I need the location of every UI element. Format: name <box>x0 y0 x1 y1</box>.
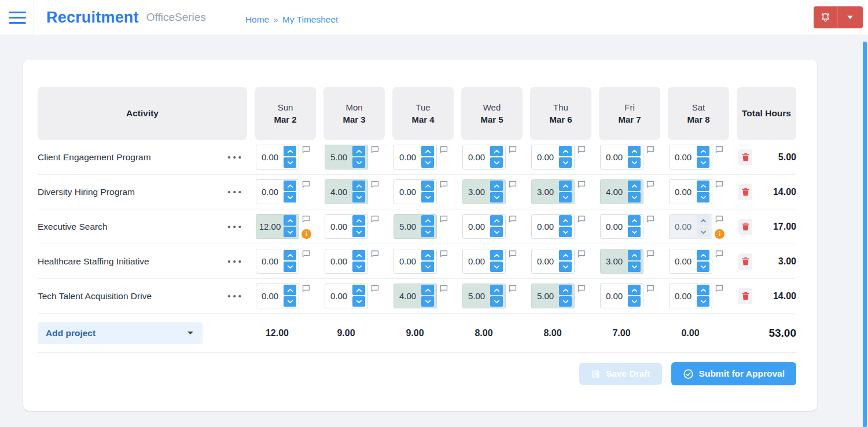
spinner-up-button[interactable] <box>352 215 365 226</box>
comment-icon[interactable] <box>440 181 448 188</box>
comment-icon[interactable] <box>646 181 654 188</box>
spinner-down-button[interactable] <box>284 157 296 168</box>
hours-input[interactable]: 0.00 <box>393 249 437 274</box>
spinner-down-button[interactable] <box>697 157 709 168</box>
spinner-down-button[interactable] <box>421 296 434 307</box>
spinner-up-button[interactable] <box>421 146 434 156</box>
spinner-up-button[interactable] <box>490 285 503 295</box>
hours-input[interactable]: 0.00 <box>600 214 643 239</box>
hours-input[interactable]: 0.00 <box>531 249 575 274</box>
submit-for-approval-button[interactable]: Submit for Approval <box>671 362 796 385</box>
spinner-down-button[interactable] <box>490 227 503 237</box>
hours-input[interactable]: 0.00 <box>256 284 299 308</box>
row-options-button[interactable]: ••• <box>227 293 244 299</box>
breadcrumb-current-link[interactable]: My Timesheet <box>282 14 338 25</box>
spinner-down-button[interactable] <box>284 192 296 203</box>
hours-input[interactable]: 0.00 <box>462 145 506 170</box>
comment-icon[interactable] <box>302 181 310 188</box>
hours-input[interactable]: 0.00 <box>669 249 712 274</box>
comment-icon[interactable] <box>371 146 379 153</box>
spinner-up-button[interactable] <box>697 250 709 260</box>
delete-row-button[interactable] <box>738 219 752 235</box>
delete-row-button[interactable] <box>738 149 752 165</box>
comment-icon[interactable] <box>509 146 517 153</box>
delete-row-button[interactable] <box>738 253 752 270</box>
comment-icon[interactable] <box>578 250 586 257</box>
hours-input[interactable]: 0.00 <box>669 214 712 239</box>
add-project-select[interactable]: Add project <box>38 322 203 344</box>
comment-icon[interactable] <box>371 215 379 223</box>
comment-icon[interactable] <box>715 215 723 223</box>
comment-icon[interactable] <box>302 215 310 223</box>
comment-icon[interactable] <box>440 285 448 292</box>
spinner-up-button[interactable] <box>352 181 365 191</box>
comment-icon[interactable] <box>509 215 517 223</box>
spinner-up-button[interactable] <box>628 215 641 226</box>
hours-input[interactable]: 3.00 <box>462 179 506 204</box>
hours-input[interactable]: 4.00 <box>600 179 643 204</box>
spinner-up-button[interactable] <box>284 250 296 260</box>
spinner-up-button[interactable] <box>284 146 296 156</box>
comment-icon[interactable] <box>371 181 379 188</box>
hours-input[interactable]: 0.00 <box>393 145 437 170</box>
spinner-down-button[interactable] <box>421 192 434 203</box>
comment-icon[interactable] <box>302 250 310 257</box>
comment-icon[interactable] <box>440 215 448 223</box>
warning-icon[interactable]: i <box>301 229 311 239</box>
save-draft-button[interactable]: Save Draft <box>579 363 662 385</box>
spinner-up-button[interactable] <box>697 146 709 156</box>
hours-input[interactable]: 3.00 <box>600 249 643 274</box>
delete-row-button[interactable] <box>738 184 752 200</box>
spinner-up-button[interactable] <box>490 250 503 260</box>
row-options-button[interactable]: ••• <box>227 154 244 160</box>
hours-input[interactable]: 0.00 <box>531 214 575 239</box>
spinner-up-button[interactable] <box>352 250 365 260</box>
spinner-up-button[interactable] <box>421 250 434 260</box>
comment-icon[interactable] <box>578 181 586 188</box>
spinner-down-button[interactable] <box>284 296 296 307</box>
comment-icon[interactable] <box>371 285 379 292</box>
warning-icon[interactable]: i <box>715 229 724 239</box>
hours-input[interactable]: 0.00 <box>325 284 368 308</box>
hours-input[interactable]: 12.00 <box>256 214 299 239</box>
spinner-up-button[interactable] <box>559 215 572 226</box>
comment-icon[interactable] <box>371 250 379 257</box>
spinner-down-button[interactable] <box>628 296 641 307</box>
hours-input[interactable]: 0.00 <box>256 249 299 274</box>
spinner-up-button[interactable] <box>697 285 709 295</box>
spinner-down-button[interactable] <box>352 192 365 203</box>
hours-input[interactable]: 0.00 <box>462 214 506 239</box>
spinner-up-button[interactable] <box>490 181 503 191</box>
spinner-up-button[interactable] <box>628 181 641 191</box>
comment-icon[interactable] <box>646 285 654 292</box>
spinner-down-button[interactable] <box>559 296 572 307</box>
hours-input[interactable]: 5.00 <box>325 145 368 170</box>
spinner-up-button[interactable] <box>628 285 641 295</box>
hamburger-menu-button[interactable] <box>9 12 26 24</box>
spinner-down-button[interactable] <box>628 192 641 203</box>
comment-icon[interactable] <box>302 285 310 292</box>
comment-icon[interactable] <box>715 285 723 292</box>
spinner-up-button[interactable] <box>284 215 296 226</box>
spinner-up-button[interactable] <box>559 181 572 191</box>
comment-icon[interactable] <box>509 181 517 188</box>
hours-input[interactable]: 5.00 <box>531 284 575 308</box>
spinner-down-button[interactable] <box>559 192 572 203</box>
spinner-up-button[interactable] <box>284 181 296 191</box>
spinner-down-button[interactable] <box>697 192 709 203</box>
spinner-down-button[interactable] <box>490 157 503 168</box>
spinner-down-button[interactable] <box>352 157 365 168</box>
spinner-up-button[interactable] <box>421 181 434 191</box>
hours-input[interactable]: 3.00 <box>531 179 575 204</box>
comment-icon[interactable] <box>440 250 448 257</box>
comment-icon[interactable] <box>302 146 310 153</box>
spinner-up-button[interactable] <box>352 285 365 295</box>
row-options-button[interactable]: ••• <box>227 189 244 195</box>
hours-input[interactable]: 0.00 <box>669 284 712 308</box>
hours-input[interactable]: 0.00 <box>531 145 575 170</box>
comment-icon[interactable] <box>509 285 517 292</box>
row-options-button[interactable]: ••• <box>227 224 244 230</box>
spinner-up-button[interactable] <box>628 250 641 260</box>
spinner-down-button[interactable] <box>352 227 365 237</box>
spinner-up-button[interactable] <box>421 215 434 226</box>
